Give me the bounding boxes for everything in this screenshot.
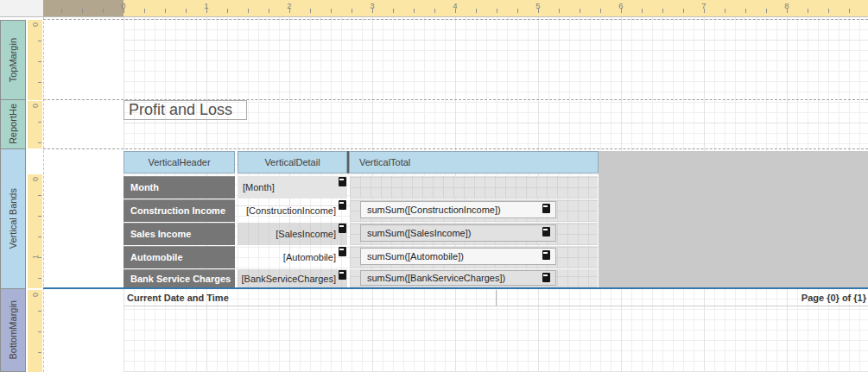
ruler-number: 8 bbox=[784, 1, 789, 10]
band-caption-top-margin[interactable]: TopMargin bbox=[0, 20, 26, 100]
band-caption-report-header[interactable]: ReportHe bbox=[0, 99, 26, 149]
detail-field-label: [Automobile] bbox=[283, 252, 336, 262]
band-header-vertical-header[interactable]: VerticalHeader bbox=[124, 151, 235, 173]
total-area: sumSum([ConstructionIncome]) bbox=[350, 199, 598, 222]
vertical-ruler-top-margin[interactable]: 0 bbox=[28, 20, 42, 100]
horizontal-ruler-numbers: 012345678 bbox=[43, 0, 868, 16]
total-cell[interactable]: sumSum([BankServiceCharges]) bbox=[360, 270, 556, 286]
total-area: sumSum([SalesIncome]) bbox=[350, 223, 598, 245]
field-binding-icon[interactable] bbox=[339, 247, 346, 256]
ruler-number: 0 bbox=[31, 173, 39, 186]
detail-field-label: [Month] bbox=[243, 182, 275, 192]
page-number-label[interactable]: Page {0} of {1} bbox=[497, 290, 868, 306]
ruler-number: 5 bbox=[535, 1, 540, 10]
ruler-number: 0 bbox=[31, 18, 39, 31]
detail-cell[interactable]: [Month] bbox=[238, 176, 347, 199]
vertical-ruler-ticks bbox=[38, 195, 41, 288]
band-bottom-edge[interactable] bbox=[43, 287, 868, 289]
ruler-number: 1 bbox=[31, 250, 39, 263]
vertical-ruler-ticks bbox=[38, 122, 41, 148]
ruler-number: 4 bbox=[453, 1, 457, 10]
band-header-label: VerticalDetail bbox=[264, 157, 320, 167]
field-binding-icon[interactable] bbox=[339, 270, 346, 280]
vertical-ruler-bottom-margin[interactable]: 0 bbox=[28, 290, 42, 372]
field-binding-icon[interactable] bbox=[339, 177, 346, 186]
band-caption-bottom-margin[interactable]: BottomMargin bbox=[0, 288, 26, 372]
ruler-number: 0 bbox=[31, 99, 39, 112]
vertical-ruler-vertical-bands[interactable]: 01 bbox=[28, 174, 42, 288]
band-caption-label: Vertical Bands bbox=[8, 188, 18, 249]
row-header-cell[interactable]: Construction Income bbox=[124, 199, 235, 222]
row-header-label: Bank Service Charges bbox=[130, 274, 231, 284]
ruler-number: 6 bbox=[618, 1, 623, 10]
total-expression-label: sumSum([BankServiceCharges]) bbox=[367, 273, 505, 283]
row-header-cell[interactable]: Month bbox=[124, 176, 235, 199]
out-of-band-area bbox=[599, 151, 868, 288]
row-header-cell[interactable]: Sales Income bbox=[124, 223, 235, 245]
report-designer-surface: 012345678 TopMargin ReportHe Vertical Ba… bbox=[0, 0, 868, 372]
field-binding-icon[interactable] bbox=[339, 200, 346, 210]
report-title-text: Profit and Loss bbox=[129, 101, 232, 119]
ruler-number: 1 bbox=[204, 1, 208, 10]
total-cell[interactable]: sumSum([Automobile]) bbox=[360, 248, 556, 265]
page-datetime-label[interactable]: Current Date and Time bbox=[124, 290, 497, 306]
page-number-text: Page {0} of {1} bbox=[801, 293, 866, 303]
band-header-vertical-total[interactable]: VerticalTotal bbox=[349, 151, 599, 173]
row-header-label: Construction Income bbox=[130, 205, 225, 216]
band-caption-vertical-bands[interactable]: Vertical Bands bbox=[0, 148, 26, 289]
band-separator-report-header[interactable] bbox=[43, 148, 868, 149]
design-page[interactable]: Profit and Loss VerticalHeader VerticalD… bbox=[43, 17, 868, 372]
datetime-text: Current Date and Time bbox=[127, 293, 229, 303]
vertical-ruler-ticks bbox=[38, 311, 41, 372]
ruler-number: 0 bbox=[121, 1, 125, 10]
ruler-number: 7 bbox=[701, 1, 706, 10]
horizontal-ruler-scale[interactable]: 012345678 bbox=[43, 0, 868, 16]
band-header-vertical-detail[interactable]: VerticalDetail bbox=[238, 151, 347, 173]
total-expression-label: sumSum([ConstructionIncome]) bbox=[367, 205, 501, 215]
ruler-number: 2 bbox=[287, 1, 291, 10]
detail-field-label: [ConstructionIncome] bbox=[246, 205, 336, 216]
report-title-label[interactable]: Profit and Loss bbox=[124, 100, 247, 120]
row-header-label: Sales Income bbox=[130, 229, 191, 239]
ruler-number: 0 bbox=[31, 288, 39, 301]
detail-field-label: [BankServiceCharges] bbox=[242, 274, 336, 284]
band-caption-label: ReportHe bbox=[8, 104, 18, 144]
field-binding-icon[interactable] bbox=[542, 204, 550, 213]
row-header-cell[interactable]: Automobile bbox=[124, 246, 235, 268]
field-binding-icon[interactable] bbox=[542, 250, 550, 260]
band-caption-label: BottomMargin bbox=[8, 300, 18, 359]
field-binding-icon[interactable] bbox=[542, 273, 550, 282]
detail-cell[interactable]: [Automobile] bbox=[238, 246, 347, 268]
row-header-label: Automobile bbox=[130, 252, 183, 262]
total-cell[interactable]: sumSum([SalesIncome]) bbox=[360, 224, 556, 242]
band-header-label: VerticalTotal bbox=[359, 157, 410, 167]
total-expression-label: sumSum([SalesIncome]) bbox=[367, 228, 471, 238]
row-header-label: Month bbox=[130, 182, 159, 192]
ruler-number: 3 bbox=[370, 1, 374, 10]
vertical-ruler-report-header[interactable]: 0 bbox=[28, 101, 42, 148]
detail-field-label: [SalesIncome] bbox=[276, 229, 336, 239]
field-binding-icon[interactable] bbox=[339, 224, 346, 233]
page-left-edge bbox=[43, 17, 44, 372]
total-area: sumSum([BankServiceCharges]) bbox=[350, 269, 598, 287]
row-header-cell[interactable]: Bank Service Charges bbox=[124, 269, 235, 287]
vertical-ruler-ticks bbox=[38, 41, 41, 100]
field-binding-icon[interactable] bbox=[542, 227, 550, 236]
total-expression-label: sumSum([Automobile]) bbox=[367, 251, 464, 262]
band-separator-page-top bbox=[43, 19, 868, 20]
detail-cell[interactable]: [SalesIncome] bbox=[238, 223, 347, 245]
horizontal-ruler[interactable]: 012345678 bbox=[0, 0, 868, 17]
total-cell[interactable]: sumSum([ConstructionIncome]) bbox=[360, 201, 556, 218]
detail-cell[interactable]: [ConstructionIncome] bbox=[238, 199, 347, 222]
total-area: sumSum([Automobile]) bbox=[350, 246, 598, 268]
detail-cell[interactable]: [BankServiceCharges] bbox=[238, 269, 347, 287]
total-area bbox=[350, 176, 598, 199]
band-caption-label: TopMargin bbox=[8, 38, 18, 82]
band-header-label: VerticalHeader bbox=[148, 157, 210, 167]
